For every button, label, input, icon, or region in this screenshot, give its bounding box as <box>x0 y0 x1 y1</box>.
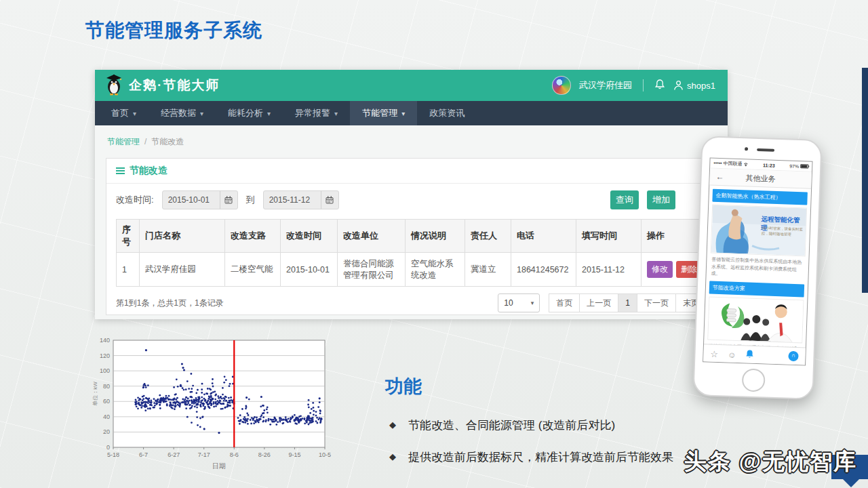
svg-text:6-27: 6-27 <box>167 451 180 458</box>
retrofit-plan-card[interactable] <box>707 296 804 343</box>
calendar-icon[interactable] <box>220 191 237 209</box>
slide: 节能管理服务子系统 企鹅·节能大师 <box>0 0 868 488</box>
back-arrow-icon[interactable]: ← <box>715 172 724 182</box>
add-button[interactable]: 增加 <box>647 190 675 209</box>
app-brand: 企鹅·节能大师 <box>129 77 220 94</box>
svg-text:6-7: 6-7 <box>139 451 148 458</box>
breadcrumb: 节能管理 / 节能改造 <box>95 125 728 158</box>
phone-page-title: 其他业务 <box>709 171 811 185</box>
nav-item-energy-management[interactable]: 节能管理 <box>350 101 417 125</box>
svg-text:5-18: 5-18 <box>107 451 119 458</box>
watermark: 头条 @无忧智库 <box>684 447 857 477</box>
energy-people-image <box>708 297 804 342</box>
panel-title: 节能改造 <box>130 165 167 177</box>
main-nav: 首页 经营数据 能耗分析 异常报警 节能管理 政策资讯 <box>95 101 728 125</box>
scatter-chart: 0204060801001201405-186-76-277-178-68-26… <box>90 335 332 479</box>
breadcrumb-separator: / <box>144 137 146 146</box>
date-to-picker[interactable]: 2015-11-12 <box>263 190 339 209</box>
cell-fill-date: 2015-11-12 <box>576 253 642 287</box>
svg-text:8-6: 8-6 <box>230 451 239 458</box>
pager-first[interactable]: 首页 <box>549 293 580 312</box>
battery-percent: 97% <box>789 163 799 168</box>
phone-home-button[interactable] <box>742 368 766 392</box>
pager-page-1[interactable]: 1 <box>618 293 637 312</box>
col-company: 改造单位 <box>338 220 406 253</box>
col-phone: 电话 <box>511 220 576 253</box>
svg-text:10-5: 10-5 <box>319 451 331 458</box>
phone-nav-bar: ← 其他业务 <box>709 168 812 188</box>
phone-top <box>703 137 821 161</box>
store-name: 武汉学府佳园 <box>579 79 632 92</box>
diamond-bullet-icon: ◆ <box>389 420 396 430</box>
feature-bullet-text: 提供改造前后数据标尺，精准计算改造前后节能效果 <box>408 449 673 465</box>
edit-button[interactable]: 修改 <box>647 261 673 278</box>
col-no: 序号 <box>117 220 140 253</box>
remote-management-subtitle: 24小时管家，设备实时监控，随时随地管理 <box>762 225 804 238</box>
col-person: 责任人 <box>465 220 511 253</box>
cell-person: 冀道立 <box>465 253 511 287</box>
svg-text:120: 120 <box>100 352 110 359</box>
calendar-icon[interactable] <box>321 191 338 209</box>
nav-item-energy-analysis[interactable]: 能耗分析 <box>216 101 283 125</box>
banner-retrofit-plan[interactable]: 节能改造方案 <box>709 281 805 297</box>
user-icon: shops1 <box>673 80 715 91</box>
nav-item-alarm[interactable]: 异常报警 <box>283 101 350 125</box>
star-icon[interactable] <box>710 347 718 359</box>
svg-text:单位：kW: 单位：kW <box>92 382 98 406</box>
wifi-icon <box>743 162 748 166</box>
feature-bullet-1: ◆ 节能改造、合同能源管理 (改造前后对比) <box>385 418 673 433</box>
list-icon <box>116 166 125 176</box>
carrier-label: ••••• 中国联通 <box>713 160 743 167</box>
phone-toolbar <box>703 344 806 365</box>
cell-desc: 空气能水系统改造 <box>406 253 465 287</box>
feature-bullet-2: ◆ 提供改造前后数据标尺，精准计算改造前后节能效果 <box>385 449 673 465</box>
date-from-picker[interactable]: 2015-10-01 <box>162 190 238 209</box>
breadcrumb-current: 节能改造 <box>151 136 184 148</box>
breadcrumb-parent[interactable]: 节能管理 <box>107 136 140 148</box>
hot-water-card[interactable]: 远程智能化管理 24小时管家，设备实时监控，随时随地管理 <box>711 205 807 257</box>
username[interactable]: shops1 <box>687 81 715 91</box>
app-window: 企鹅·节能大师 武汉学府佳园 shops1 <box>95 70 728 319</box>
svg-text:60: 60 <box>103 398 110 405</box>
page-size-value: 10 <box>504 298 513 308</box>
date-to-value[interactable]: 2015-11-12 <box>264 195 321 205</box>
phone-camera <box>745 147 748 150</box>
svg-text:7-17: 7-17 <box>198 451 210 458</box>
cell-company: 誉德合同能源管理有限公司 <box>338 253 406 287</box>
store-avatar[interactable] <box>552 76 571 95</box>
pagination-summary: 第1到1条，总共1页，1条记录 <box>116 298 224 309</box>
col-date: 改造时间 <box>281 220 338 253</box>
pager-buttons: 首页 上一页 1 下一页 末页 <box>549 293 707 312</box>
bell-icon[interactable] <box>745 348 754 361</box>
right-edge-strip <box>862 68 868 293</box>
table-row: 1 武汉学府佳园 二楼空气能 2015-10-01 誉德合同能源管理有限公司 空… <box>117 253 708 287</box>
pager-prev[interactable]: 上一页 <box>579 293 618 312</box>
svg-text:0: 0 <box>106 444 110 451</box>
notification-bell-icon[interactable] <box>654 79 665 92</box>
clock-label: 11:23 <box>763 163 775 168</box>
filter-label: 改造时间: <box>116 194 154 206</box>
svg-text:20: 20 <box>103 428 110 435</box>
penguin-logo-icon <box>104 73 123 98</box>
nav-item-business-data[interactable]: 经营数据 <box>149 101 216 125</box>
col-store: 门店名称 <box>140 220 225 253</box>
smiley-icon[interactable] <box>728 348 736 360</box>
col-branch: 改造支路 <box>225 220 281 253</box>
cell-branch: 二楼空气能 <box>225 253 281 287</box>
svg-text:100: 100 <box>100 367 110 374</box>
phone-side-button <box>818 229 821 252</box>
to-label: 到 <box>246 194 255 206</box>
page-size-select[interactable]: 10 <box>498 293 540 312</box>
cell-store: 武汉学府佳园 <box>140 253 225 287</box>
feature-section: 功能 ◆ 节能改造、合同能源管理 (改造前后对比) ◆ 提供改造前后数据标尺，精… <box>385 374 673 481</box>
pager-next[interactable]: 下一页 <box>637 293 676 312</box>
headset-icon[interactable] <box>788 351 799 362</box>
search-button[interactable]: 查询 <box>610 190 639 209</box>
date-from-value[interactable]: 2015-10-01 <box>163 195 220 205</box>
nav-item-home[interactable]: 首页 <box>99 101 149 125</box>
cell-date: 2015-10-01 <box>281 253 338 287</box>
phone-content: 企鹅智能热水（热水工程） 远程智能化管理 24小时管家，设备实时监控，随时随地管… <box>704 185 811 347</box>
banner-hot-water[interactable]: 企鹅智能热水（热水工程） <box>712 189 808 205</box>
retrofit-table: 序号 门店名称 改造支路 改造时间 改造单位 情况说明 责任人 电话 填写时间 … <box>116 219 708 287</box>
nav-item-policy-news[interactable]: 政策资讯 <box>417 101 477 125</box>
